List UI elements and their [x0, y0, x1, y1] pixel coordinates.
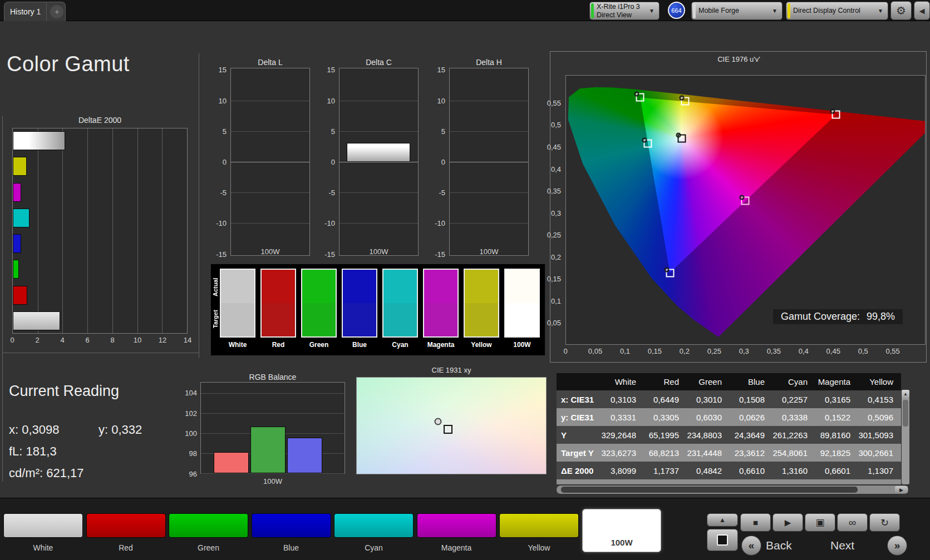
axis-tick-label: 0,55: [886, 347, 900, 355]
swatch-blue: [342, 269, 377, 338]
swatch-actual: [302, 270, 336, 303]
pattern-up-button[interactable]: ▲: [707, 513, 738, 527]
swatch-green: [301, 269, 337, 338]
pattern-button-yellow[interactable]: [499, 513, 579, 538]
source-status-strip: [693, 3, 696, 18]
next-label[interactable]: Next: [830, 539, 854, 552]
refresh-button[interactable]: ↻: [869, 513, 900, 532]
single-measure-button[interactable]: ▣: [805, 513, 835, 532]
axis-tick-label: 15: [437, 66, 445, 74]
axis-tick-label: 0,2: [551, 252, 561, 261]
pattern-button-label: Red: [86, 543, 166, 552]
gridline: [62, 128, 63, 333]
axis-tick-label: 0,45: [826, 347, 840, 355]
pattern-button-100w[interactable]: 100W: [582, 509, 661, 552]
cell: 3,3355: [601, 484, 644, 485]
row-label: Target Y: [557, 448, 601, 458]
axis-tick-label: 100: [185, 429, 197, 437]
cell: 0,6449: [644, 395, 687, 404]
cie1976-plot: Gamut Coverage:99,8%: [565, 75, 926, 345]
cell: 234,8803: [687, 430, 730, 440]
swatch-actual: [343, 270, 376, 303]
pattern-button-label: 100W: [611, 538, 632, 552]
axis-tick-label: 0,4: [799, 347, 809, 355]
cell: 1,1737: [644, 466, 687, 475]
reading-fl-value: fL: 181,3: [9, 444, 57, 459]
axis-tick-label: 0: [563, 347, 567, 355]
scroll-up-icon[interactable]: ▲: [902, 390, 909, 398]
cell: 0,6610: [730, 466, 772, 475]
settings-button[interactable]: ⚙: [890, 1, 912, 20]
cie1976-y-axis: 0,050,10,150,20,250,30,350,40,450,50,55: [535, 75, 562, 345]
continuous-measure-button[interactable]: ∞: [837, 513, 868, 532]
marker-dot: [680, 96, 685, 101]
cell: 0,3165: [815, 395, 858, 404]
pattern-button-magenta[interactable]: [417, 513, 496, 538]
swatch-label: Green: [301, 341, 337, 349]
meter-selector[interactable]: X-Rite i1Pro 3 Direct View ▼: [589, 2, 660, 20]
cell: 261,2263: [772, 430, 815, 440]
swatch-label: Magenta: [423, 341, 459, 349]
axis-tick-label: -15: [216, 250, 227, 258]
reading-x-value: x: 0,3098: [9, 423, 60, 437]
axis-tick-label: 0: [223, 158, 227, 166]
marker-dot: [664, 267, 669, 272]
swatch-label: Red: [260, 341, 296, 349]
cie1976-chart-title: CIE 1976 u'v': [550, 55, 927, 63]
bottom-bar: ▲ ■ ▶ ▣ ∞ ↻ ✱ « Back Next » WhiteRedGree: [0, 498, 930, 560]
pattern-button-label: Cyan: [334, 543, 414, 552]
cell: 2,0230: [858, 484, 901, 485]
swatch-target: [302, 303, 336, 336]
horizontal-scroll-thumb[interactable]: [561, 487, 858, 493]
axis-tick-label: 8: [110, 336, 114, 344]
table-row: y: CIE310,33310,33050,60300,06260,33380,…: [557, 408, 901, 426]
bar-red: [13, 286, 27, 305]
target-row-label: Target: [212, 302, 220, 336]
next-button[interactable]: »: [887, 536, 907, 556]
chevrons-right-icon: »: [894, 539, 901, 552]
pattern-button-cyan[interactable]: [334, 513, 414, 538]
panel-divider: [2, 116, 3, 482]
back-button[interactable]: «: [741, 536, 761, 556]
meter-name: X-Rite i1Pro 3: [597, 3, 640, 11]
calibration-app-window: History 1 + X-Rite i1Pro 3 Direct View ▼…: [0, 0, 930, 560]
swatch-target: [383, 303, 417, 336]
vertical-scroll-thumb[interactable]: [903, 400, 908, 427]
cell: 65,1995: [644, 430, 687, 440]
collapse-panel-button[interactable]: ◀: [914, 1, 930, 20]
pattern-button-blue[interactable]: [252, 513, 331, 538]
deltaH-chart-title: Delta H: [449, 58, 529, 67]
row-label: ΔE 2000: [557, 466, 601, 475]
tab-history-1[interactable]: History 1: [4, 2, 47, 21]
display-control-selector[interactable]: Direct Display Control ▼: [786, 2, 888, 20]
swatch-target: [505, 303, 539, 336]
pattern-button-white[interactable]: [3, 513, 83, 538]
axis-tick-label: 0,15: [648, 347, 662, 355]
cell: 300,2661: [858, 448, 901, 458]
pattern-source-selector[interactable]: Mobile Forge ▼: [691, 2, 783, 20]
cell: 5,4447: [644, 484, 687, 485]
gridline: [137, 128, 138, 333]
play-button[interactable]: ▶: [772, 513, 803, 532]
swatch-label: White: [220, 341, 255, 349]
add-tab-button[interactable]: +: [50, 5, 63, 18]
pattern-button-red[interactable]: [86, 513, 166, 538]
swatch-label: Blue: [342, 341, 377, 349]
actual-row-label: Actual: [212, 270, 220, 304]
gridline: [450, 223, 528, 224]
table-horizontal-scrollbar[interactable]: ▶: [557, 485, 908, 494]
stop-button[interactable]: ■: [740, 513, 771, 532]
scroll-right-icon[interactable]: ▶: [895, 486, 908, 493]
cell: 0,4842: [687, 466, 730, 475]
pattern-button-green[interactable]: [169, 513, 248, 538]
pattern-window-button[interactable]: [707, 529, 738, 551]
cell: 254,8061: [772, 448, 815, 458]
meter-count-badge: 664: [668, 2, 685, 19]
bar-100w: [13, 131, 65, 150]
table-vertical-scrollbar[interactable]: ▲: [902, 390, 909, 484]
axis-tick-label: 0,3: [739, 347, 749, 355]
back-label[interactable]: Back: [766, 539, 792, 552]
bar-cyan: [13, 209, 29, 227]
cell: 2,4694: [772, 484, 815, 485]
row-label: Y: [557, 430, 601, 440]
